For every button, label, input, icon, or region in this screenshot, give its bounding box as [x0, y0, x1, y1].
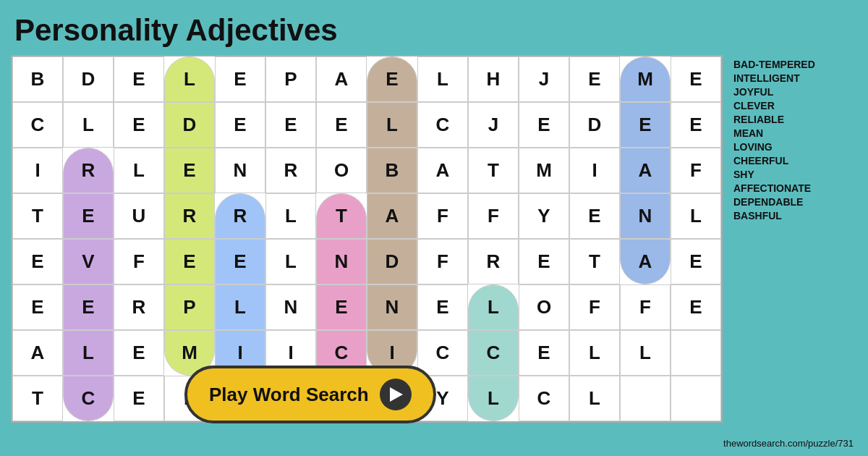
grid-cell: E [316, 102, 367, 148]
grid-cell: Y [519, 193, 569, 239]
grid-cell: L [215, 284, 265, 330]
grid-cell: E [164, 239, 215, 284]
grid-cell: T [12, 376, 63, 421]
word-item: BASHFUL [733, 210, 835, 221]
grid-cell: L [265, 193, 316, 239]
grid-cell: H [468, 56, 519, 102]
grid-cell: A [417, 148, 468, 193]
grid-cell: L [620, 330, 671, 376]
word-item: LOVING [733, 141, 835, 153]
grid-cell: L [468, 376, 519, 421]
grid-cell: A [620, 148, 671, 193]
grid-cell: E [417, 284, 468, 330]
grid-cell: T [569, 239, 620, 284]
grid-cell: M [519, 148, 569, 193]
grid-cell: N [265, 284, 316, 330]
grid-cell: L [468, 284, 519, 330]
grid-cell: R [265, 148, 316, 193]
grid-cell: N [316, 239, 367, 284]
grid-cell [620, 376, 671, 421]
grid-cell: M [620, 56, 671, 102]
grid-cell: F [417, 239, 468, 284]
grid-cell: E [114, 56, 164, 102]
grid-cell: E [671, 284, 721, 330]
grid-cell: U [114, 193, 164, 239]
grid-cell: F [671, 148, 721, 193]
grid-cell: E [12, 284, 63, 330]
grid-cell: L [367, 102, 417, 148]
grid-row: B D E L E P A E L H J E M E [12, 56, 721, 102]
grid-cell: D [569, 102, 620, 148]
play-word-search-button[interactable]: Play Word Search [184, 366, 436, 423]
grid-cell: L [63, 330, 114, 376]
grid-cell: R [63, 148, 114, 193]
grid-cell: E [12, 239, 63, 284]
grid-cell: E [114, 330, 164, 376]
grid-cell: C [519, 376, 569, 421]
grid-cell: C [417, 102, 468, 148]
grid-cell: O [519, 284, 569, 330]
grid-cell: E [671, 56, 721, 102]
grid-cell: F [569, 284, 620, 330]
grid-cell [671, 376, 721, 421]
website-credit: thewordsearch.com/puzzle/731 [723, 438, 854, 449]
grid-row: E V F E E L N D F R E T A E [12, 239, 721, 284]
grid-row: T E U R R L T A F F Y E N L [12, 193, 721, 239]
grid-cell: E [63, 193, 114, 239]
grid-cell: E [215, 56, 265, 102]
grid-cell: J [519, 56, 569, 102]
page-title: Personality Adjectives [0, 0, 868, 55]
word-item: RELIABLE [733, 114, 835, 125]
grid-cell: E [164, 148, 215, 193]
grid-cell: T [468, 148, 519, 193]
grid-cell: O [316, 148, 367, 193]
grid-cell: C [12, 102, 63, 148]
grid-cell: L [164, 56, 215, 102]
word-item: SHY [733, 169, 835, 180]
grid-cell: T [12, 193, 63, 239]
grid-cell: E [215, 239, 265, 284]
grid-cell: A [367, 193, 417, 239]
grid-cell: L [63, 102, 114, 148]
grid-cell: P [265, 56, 316, 102]
grid-cell: B [12, 56, 63, 102]
grid-cell: D [63, 56, 114, 102]
grid-row: E E R P L N E N E L O F F E [12, 284, 721, 330]
grid-cell: E [215, 102, 265, 148]
grid-cell: F [417, 193, 468, 239]
grid-cell: R [468, 239, 519, 284]
grid-cell: E [265, 102, 316, 148]
grid-cell: I [12, 148, 63, 193]
grid-cell: E [569, 56, 620, 102]
play-icon [380, 379, 412, 410]
grid-cell: R [164, 193, 215, 239]
grid-cell: T [316, 193, 367, 239]
word-item: DEPENDABLE [733, 196, 835, 208]
grid-cell: E [519, 330, 569, 376]
word-item: BAD-TEMPERED [733, 59, 835, 70]
grid-cell: E [114, 102, 164, 148]
grid-row: I R L E N R O B A T M I A F [12, 148, 721, 193]
grid-cell [671, 330, 721, 376]
grid-cell: B [367, 148, 417, 193]
grid-cell: F [468, 193, 519, 239]
grid-cell: V [63, 239, 114, 284]
grid-cell: A [12, 330, 63, 376]
grid-cell: A [316, 56, 367, 102]
grid-cell: R [114, 284, 164, 330]
grid-row: C L E D E E E L C J E D E E [12, 102, 721, 148]
grid-cell: E [367, 56, 417, 102]
word-item: MEAN [733, 127, 835, 139]
word-item: JOYFUL [733, 86, 835, 98]
grid-cell: E [114, 376, 164, 421]
grid-cell: N [367, 284, 417, 330]
grid-cell: L [569, 376, 620, 421]
grid-cell: D [164, 102, 215, 148]
word-item: CLEVER [733, 100, 835, 111]
grid-cell: F [620, 284, 671, 330]
word-item: AFFECTIONATE [733, 182, 835, 194]
grid-cell: E [620, 102, 671, 148]
grid-cell: P [164, 284, 215, 330]
play-button-label: Play Word Search [209, 384, 369, 406]
grid-cell: J [468, 102, 519, 148]
